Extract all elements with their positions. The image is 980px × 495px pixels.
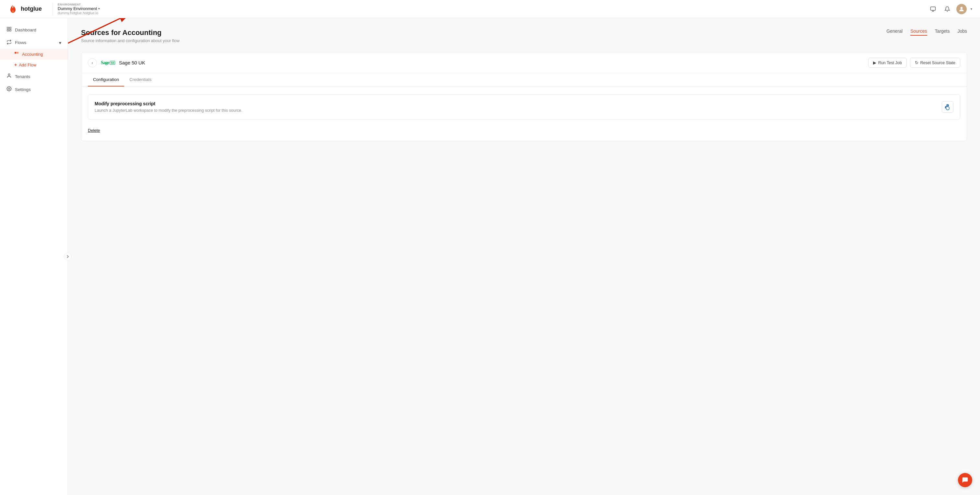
sage-logo-badge: 50 (110, 61, 115, 65)
card-body: Modify preprocessing script Launch a Jup… (81, 87, 967, 141)
delete-link[interactable]: Delete (88, 128, 100, 133)
sidebar: Dashboard Flows ▾ Accounting + Add Flow (0, 18, 68, 495)
sidebar-collapse-button[interactable] (64, 253, 72, 260)
header-left: hotglue ENVIRONMENT Dummy Environment ▾ … (8, 3, 100, 15)
env-label: ENVIRONMENT (58, 3, 100, 6)
flows-icon (6, 40, 12, 46)
settings-icon (6, 86, 12, 93)
svg-point-13 (948, 108, 948, 109)
add-icon: + (14, 62, 17, 67)
sidebar-item-accounting[interactable]: Accounting (0, 49, 68, 60)
svg-rect-7 (7, 30, 9, 31)
python-button[interactable] (942, 101, 953, 113)
svg-point-12 (947, 105, 948, 106)
svg-rect-5 (10, 27, 11, 29)
card-tab-credentials[interactable]: Credentials (124, 73, 156, 87)
modify-script-content: Modify preprocessing script Launch a Jup… (95, 101, 242, 113)
tab-jobs[interactable]: Jobs (957, 29, 967, 36)
svg-rect-0 (931, 7, 935, 10)
chat-button[interactable] (958, 473, 972, 487)
bell-icon (944, 6, 950, 12)
page-title: Sources for Accounting (81, 29, 180, 37)
sidebar-item-dashboard[interactable]: Dashboard (0, 23, 68, 36)
card-tabs: Configuration Credentials (81, 73, 967, 87)
app-header: hotglue ENVIRONMENT Dummy Environment ▾ … (0, 0, 980, 18)
svg-point-10 (8, 74, 10, 76)
modify-script-description: Launch a JupyterLab workspace to modify … (95, 108, 242, 113)
source-card-left: ‹ Sage 50 Sage 50 UK (88, 58, 145, 67)
svg-rect-6 (10, 30, 11, 31)
sidebar-item-flows[interactable]: Flows ▾ (0, 36, 68, 49)
app-body: Dashboard Flows ▾ Accounting + Add Flow (0, 18, 980, 495)
page-subtitle: Source information and configuration abo… (81, 38, 180, 43)
dashboard-icon (6, 27, 12, 33)
env-name: Dummy Environment (58, 6, 97, 11)
accounting-label: Accounting (22, 52, 43, 57)
avatar-icon (958, 6, 965, 12)
source-card-actions: ▶ Run Test Job ↻ Reset Source State (868, 58, 960, 68)
top-nav-tabs: General Sources Targets Jobs (886, 29, 967, 36)
modify-script-section: Modify preprocessing script Launch a Jup… (88, 94, 960, 119)
screen-icon-button[interactable] (928, 4, 938, 14)
play-icon: ▶ (873, 60, 876, 65)
add-flow-button[interactable]: + Add Flow (0, 60, 68, 70)
svg-point-3 (961, 7, 963, 9)
env-selector[interactable]: ENVIRONMENT Dummy Environment ▾ dummy.ho… (52, 3, 100, 15)
page-title-area: Sources for Accounting Source informatio… (81, 29, 180, 43)
chat-icon (961, 476, 969, 484)
tab-general[interactable]: General (886, 29, 902, 36)
source-card: ‹ Sage 50 Sage 50 UK ▶ Run Test Job (81, 52, 967, 141)
modify-script-title: Modify preprocessing script (95, 101, 242, 106)
flows-label: Flows (15, 40, 26, 45)
sidebar-item-tenants[interactable]: Tenants (0, 70, 68, 83)
sage-logo-text: Sage (101, 60, 109, 65)
notification-button[interactable] (942, 4, 953, 14)
accounting-flow-icon (14, 51, 19, 57)
tenants-label: Tenants (15, 74, 30, 79)
sidebar-item-label: Dashboard (15, 27, 36, 32)
logo-area[interactable]: hotglue (8, 4, 42, 14)
monitor-icon (930, 6, 936, 12)
source-name: Sage 50 UK (119, 60, 145, 65)
logo-text: hotglue (21, 5, 42, 12)
reset-source-state-button[interactable]: ↻ Reset Source State (910, 58, 960, 68)
tab-sources[interactable]: Sources (910, 29, 927, 36)
refresh-icon: ↻ (915, 60, 918, 65)
hotglue-flame-icon (8, 4, 18, 14)
svg-point-11 (8, 88, 10, 89)
user-avatar[interactable] (956, 4, 967, 14)
collapse-icon (66, 255, 69, 258)
page-header: Sources for Accounting Source informatio… (81, 29, 967, 43)
tenants-icon (6, 73, 12, 80)
user-chevron-icon[interactable]: ▾ (970, 7, 972, 11)
settings-label: Settings (15, 87, 31, 92)
card-tab-configuration[interactable]: Configuration (88, 73, 124, 87)
source-logo: Sage 50 (101, 60, 115, 65)
svg-rect-8 (14, 52, 16, 54)
env-name-row[interactable]: Dummy Environment ▾ (58, 6, 100, 11)
tab-targets[interactable]: Targets (935, 29, 950, 36)
flows-chevron-icon: ▾ (59, 40, 61, 45)
run-test-job-button[interactable]: ▶ Run Test Job (868, 58, 907, 68)
back-button[interactable]: ‹ (88, 58, 97, 67)
svg-rect-4 (7, 27, 9, 29)
add-flow-label: Add Flow (19, 62, 36, 67)
header-right: ▾ (928, 4, 972, 14)
env-url: dummy.hotglue.hotglue.io (58, 11, 100, 15)
source-card-header: ‹ Sage 50 Sage 50 UK ▶ Run Test Job (81, 52, 967, 73)
svg-rect-9 (17, 52, 19, 54)
python-icon (944, 104, 951, 110)
main-content: Sources for Accounting Source informatio… (68, 18, 980, 495)
sidebar-item-settings[interactable]: Settings (0, 83, 68, 96)
chevron-down-icon: ▾ (98, 7, 100, 10)
flows-left: Flows (6, 40, 26, 46)
